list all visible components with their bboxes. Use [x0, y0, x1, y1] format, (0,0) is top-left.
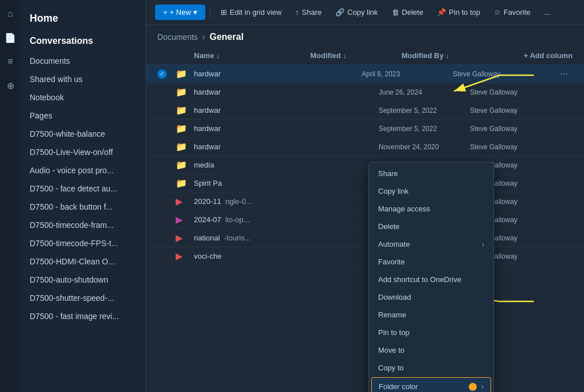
sidebar-item-d7500-timecode[interactable]: D7500-timecode-fram...: [21, 216, 145, 234]
copy-link-button[interactable]: 🔗 Copy link: [330, 5, 383, 20]
sidebar-item-d7500-back[interactable]: D7500 - back button f...: [21, 198, 145, 216]
sidebar-item-home[interactable]: Home: [21, 7, 145, 30]
header-modified[interactable]: Modified ↓: [310, 51, 402, 60]
breadcrumb-separator: ›: [202, 32, 205, 42]
sidebar-item-audio[interactable]: Audio - voice post pro...: [21, 161, 145, 179]
sidebar: Home Conversations Documents Shared with…: [21, 0, 146, 392]
table-body: ✓ 📁 hardwar April 8, 2023 Steve Galloway…: [146, 65, 584, 392]
sidebar-item-d7500-fps[interactable]: D7500-timecode-FPS-t...: [21, 234, 145, 252]
ctx-arrow-icon: ›: [482, 240, 484, 248]
link-icon: 🔗: [335, 8, 344, 17]
folder-icon: 📁: [176, 87, 194, 97]
sidebar-item-conversations[interactable]: Conversations: [21, 30, 145, 52]
sidebar-item-d7500-white[interactable]: D7500-white-balance: [21, 125, 145, 143]
table-row[interactable]: 📁 hardwar November 24, 2020 Steve Gallow…: [146, 138, 584, 156]
ctx-manage-access[interactable]: Manage access: [369, 200, 493, 218]
file-icon: ▶: [176, 232, 194, 243]
row-modified-by: Steve Galloway: [470, 143, 573, 151]
ctx-pin-top[interactable]: Pin to top: [369, 324, 493, 341]
sidebar-item-d7500-hdmi[interactable]: D7500-HDMI-Clean O...: [21, 252, 145, 271]
sidebar-item-d7500-fast[interactable]: D7500 - fast image revi...: [21, 307, 145, 325]
table-row[interactable]: ✓ 📁 hardwar April 8, 2023 Steve Galloway…: [146, 65, 584, 83]
ctx-move-to-label: Move to: [378, 346, 404, 354]
row-name: hardwar: [194, 124, 379, 133]
table-row[interactable]: 📁 media May 9, 2021 Steve Galloway: [146, 156, 584, 174]
new-button[interactable]: + + New ▾: [155, 5, 205, 20]
ctx-pin-top-label: Pin to top: [378, 328, 409, 337]
ctx-move-to[interactable]: Move to: [369, 341, 493, 359]
table-row[interactable]: ▶ voci-che February 25, 2022 Steve Gallo…: [146, 247, 584, 266]
row-checkbox[interactable]: ✓: [157, 69, 176, 79]
document-icon[interactable]: 📄: [3, 31, 17, 44]
new-plus-icon: +: [163, 8, 168, 17]
file-icon: ▶: [176, 251, 194, 262]
ctx-folder-color-right: ›: [469, 383, 484, 391]
row-modified-by: Steve Galloway: [453, 70, 555, 78]
delete-button[interactable]: 🗑 Delete: [386, 5, 429, 20]
ctx-share-label: Share: [378, 169, 398, 178]
header-name[interactable]: Name ↓: [194, 51, 310, 60]
row-name: hardwar: [194, 70, 362, 78]
pin-top-button[interactable]: 📌 Pin to top: [431, 5, 486, 20]
ctx-rename[interactable]: Rename: [369, 306, 493, 324]
share-label: Share: [302, 8, 322, 17]
favorite-label: Favorite: [504, 8, 530, 17]
new-chevron-icon: ▾: [193, 8, 197, 17]
folder-icon: 📁: [176, 141, 194, 152]
table-row[interactable]: ▶ 2020-11 ngle-0... November 6, 2020 Ste…: [146, 193, 584, 211]
favorite-button[interactable]: ☆ Favorite: [488, 5, 536, 20]
copy-link-label: Copy link: [347, 8, 378, 17]
row-context-menu-trigger[interactable]: ···: [555, 69, 573, 79]
row-name: hardwar: [194, 106, 379, 115]
sidebar-item-d7500-auto[interactable]: D7500-auto-shutdown: [21, 271, 145, 289]
ctx-copy-to[interactable]: Copy to: [369, 359, 493, 377]
table-row[interactable]: 📁 hardwar June 26, 2024 Steve Galloway: [146, 83, 584, 101]
row-name: voci-che: [194, 252, 379, 260]
ctx-share[interactable]: Share: [369, 165, 493, 182]
sidebar-item-pages[interactable]: Pages: [21, 107, 145, 125]
pin-top-label: Pin to top: [449, 8, 480, 17]
folder-color-dot: [469, 383, 477, 391]
edit-grid-label: Edit in grid view: [230, 8, 282, 17]
delete-label: Delete: [402, 8, 424, 17]
folder-icon: 📁: [176, 178, 194, 189]
grid-icon: ⊞: [221, 8, 227, 17]
ctx-add-shortcut[interactable]: Add shortcut to OneDrive: [369, 271, 493, 288]
ctx-copy-link[interactable]: Copy link: [369, 182, 493, 200]
ctx-copy-link-label: Copy link: [378, 187, 408, 195]
header-modified-by[interactable]: Modified By ↓: [402, 51, 504, 60]
table-row[interactable]: 📁 Spirit Pa December 18, 2021 Steve Gall…: [146, 174, 584, 193]
ctx-delete[interactable]: Delete: [369, 218, 493, 235]
ctx-copy-to-label: Copy to: [378, 364, 404, 372]
list-icon[interactable]: ≡: [3, 55, 17, 68]
sidebar-item-d7500-live[interactable]: D7500-Live-View-on/off: [21, 143, 145, 161]
add-column-button[interactable]: + Add column: [504, 51, 573, 60]
share-button[interactable]: ↑ Share: [290, 5, 327, 20]
sidebar-item-d7500-shutter[interactable]: D7500-shutter-speed-...: [21, 289, 145, 307]
row-name: 2020-11 ngle-0...: [194, 197, 379, 206]
sidebar-item-d7500-face[interactable]: D7500 - face detect au...: [21, 179, 145, 198]
check-icon: ✓: [157, 70, 167, 79]
ctx-folder-color[interactable]: Folder color ›: [371, 377, 491, 392]
row-name: media: [194, 161, 379, 169]
table-row[interactable]: ▶ 2024-07 lio-op... July 1, 2024 Steve G…: [146, 211, 584, 229]
ctx-favorite[interactable]: Favorite: [369, 253, 493, 271]
row-modified-by: Steve Galloway: [470, 88, 573, 96]
sidebar-item-shared[interactable]: Shared with us: [21, 70, 145, 88]
home-icon[interactable]: ⌂: [3, 7, 17, 21]
ctx-folder-color-label: Folder color: [379, 382, 418, 391]
table-row[interactable]: 📁 hardwar September 5, 2022 Steve Gallow…: [146, 101, 584, 120]
ctx-download[interactable]: Download: [369, 288, 493, 306]
sidebar-item-notebook[interactable]: Notebook: [21, 88, 145, 107]
pin-icon: 📌: [437, 8, 446, 17]
table-row[interactable]: ▶ national -touris... October 25, 2022 S…: [146, 229, 584, 247]
more-button[interactable]: ...: [538, 5, 556, 20]
ctx-automate[interactable]: Automate ›: [369, 235, 493, 253]
icon-bar: ⌂ 📄 ≡ ⊕: [0, 0, 21, 392]
breadcrumb-parent[interactable]: Documents: [157, 32, 198, 42]
plus-icon[interactable]: ⊕: [3, 79, 17, 92]
sidebar-item-documents[interactable]: Documents: [21, 52, 145, 70]
table-row[interactable]: 📁 hardwar September 5, 2022 Steve Gallow…: [146, 120, 584, 138]
row-modified: November 24, 2020: [379, 143, 470, 151]
edit-grid-button[interactable]: ⊞ Edit in grid view: [215, 5, 287, 20]
